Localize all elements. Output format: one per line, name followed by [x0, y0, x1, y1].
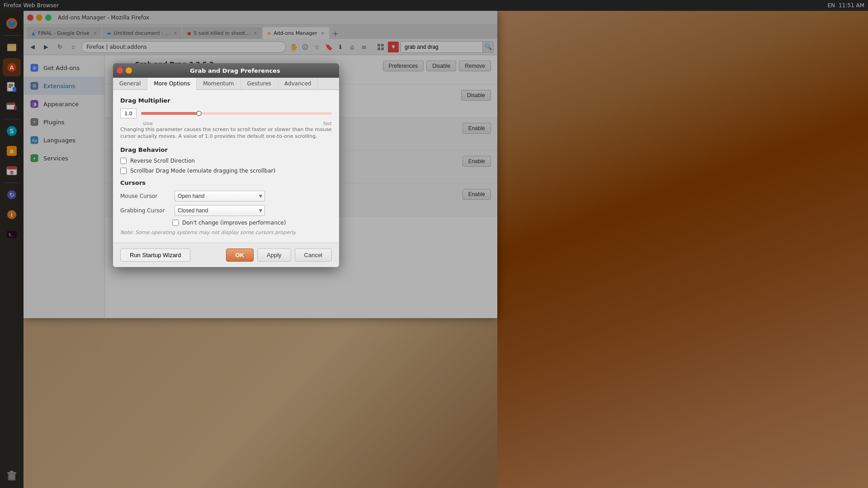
scrollbar-drag-label: Scrollbar Drag Mode (emulate dragging th… — [130, 168, 275, 174]
slider-value: 1.0 — [120, 108, 137, 118]
slider-labels: slow fast — [120, 121, 332, 126]
reverse-scroll-label: Reverse Scroll Direction — [130, 158, 195, 164]
dont-change-row: Don't change (improves performance) — [120, 220, 332, 226]
slider-min-label: slow — [143, 121, 153, 126]
dialog-tab-gestures[interactable]: Gestures — [241, 78, 278, 89]
dialog-min-button[interactable] — [126, 67, 132, 74]
slider-max-label: fast — [323, 121, 332, 126]
grabbing-cursor-select-wrapper: Closed hand — [175, 205, 265, 216]
mouse-cursor-select-wrapper: Open hand — [175, 191, 265, 202]
apply-button[interactable]: Apply — [257, 249, 291, 262]
grabbing-cursor-select[interactable]: Closed hand — [175, 205, 265, 216]
slider-description: Changing this parameter causes the scree… — [120, 126, 332, 140]
slider-fill — [141, 112, 198, 115]
cancel-button[interactable]: Cancel — [295, 249, 332, 262]
ok-button[interactable]: OK — [226, 249, 254, 262]
scrollbar-drag-checkbox[interactable] — [120, 168, 127, 174]
slider-container: 1.0 — [120, 108, 332, 118]
mouse-cursor-row: Mouse Cursor Open hand — [120, 191, 332, 202]
slider-thumb[interactable] — [196, 111, 202, 116]
grabbing-cursor-label: Grabbing Cursor — [120, 207, 170, 214]
dialog-close-button[interactable] — [117, 67, 123, 74]
run-wizard-button[interactable]: Run Startup Wizard — [120, 249, 190, 262]
dialog-tab-general[interactable]: General — [113, 78, 147, 89]
reverse-scroll-checkbox[interactable] — [120, 158, 127, 164]
dialog-titlebar: Grab and Drag Preferences — [113, 63, 339, 78]
mouse-cursor-label: Mouse Cursor — [120, 193, 170, 199]
dialog-tab-more-options[interactable]: More Options — [147, 78, 197, 90]
checkbox-reverse-scroll: Reverse Scroll Direction — [120, 158, 332, 164]
mouse-cursor-select[interactable]: Open hand — [175, 191, 265, 202]
dialog-body: Drag Multiplier 1.0 slow fast Changing t… — [113, 90, 339, 243]
dialog-title: Grab and Drag Preferences — [135, 67, 335, 74]
cursors-title: Cursors — [120, 179, 332, 186]
dialog-tabs: General More Options Momentum Gestures A… — [113, 78, 339, 90]
dialog-tab-advanced[interactable]: Advanced — [278, 78, 318, 89]
cursors-note: Note: Some operating systems may not dis… — [120, 230, 332, 235]
checkbox-scrollbar-drag: Scrollbar Drag Mode (emulate dragging th… — [120, 168, 332, 174]
drag-behavior-title: Drag Behavior — [120, 146, 332, 153]
dont-change-checkbox[interactable] — [172, 220, 179, 226]
dialog-footer: Run Startup Wizard OK Apply Cancel — [113, 243, 339, 267]
footer-right-buttons: OK Apply Cancel — [226, 249, 332, 262]
dialog-overlay: Grab and Drag Preferences General More O… — [0, 0, 868, 488]
dont-change-label: Don't change (improves performance) — [182, 220, 286, 226]
dialog-tab-momentum[interactable]: Momentum — [197, 78, 241, 89]
grabbing-cursor-row: Grabbing Cursor Closed hand — [120, 205, 332, 216]
slider-track-container — [141, 112, 332, 115]
slider-track[interactable] — [141, 112, 332, 115]
drag-multiplier-title: Drag Multiplier — [120, 97, 332, 104]
preferences-dialog: Grab and Drag Preferences General More O… — [113, 63, 339, 267]
